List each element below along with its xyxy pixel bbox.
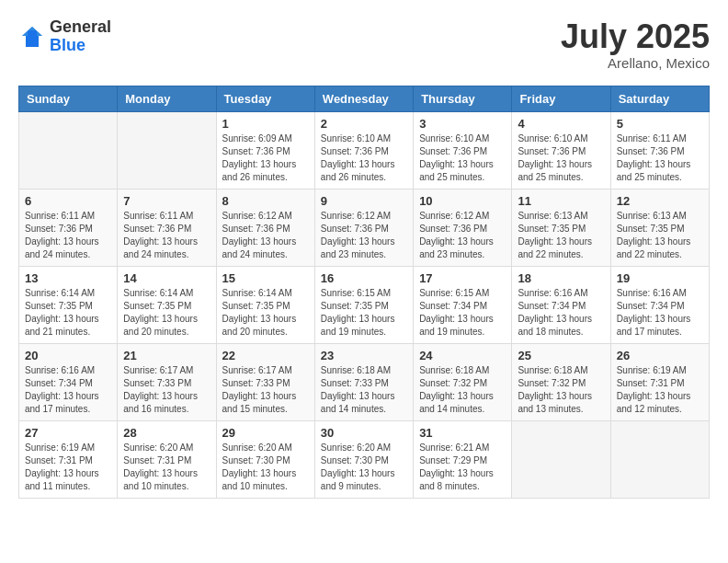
day-number: 1 — [222, 117, 309, 131]
day-info: Sunrise: 6:16 AMSunset: 7:34 PMDaylight:… — [518, 287, 604, 339]
table-row: 8Sunrise: 6:12 AMSunset: 7:36 PMDaylight… — [216, 189, 314, 266]
table-row: 28Sunrise: 6:20 AMSunset: 7:31 PMDayligh… — [118, 420, 216, 498]
day-number: 3 — [419, 117, 506, 131]
table-row: 16Sunrise: 6:15 AMSunset: 7:35 PMDayligh… — [314, 266, 413, 343]
day-number: 20 — [25, 349, 111, 362]
day-info: Sunrise: 6:17 AMSunset: 7:33 PMDaylight:… — [222, 364, 309, 416]
day-info: Sunrise: 6:10 AMSunset: 7:36 PMDaylight:… — [321, 132, 407, 184]
table-row: 20Sunrise: 6:16 AMSunset: 7:34 PMDayligh… — [19, 343, 118, 420]
day-info: Sunrise: 6:10 AMSunset: 7:36 PMDaylight:… — [419, 132, 506, 184]
calendar-week-5: 27Sunrise: 6:19 AMSunset: 7:31 PMDayligh… — [19, 420, 710, 498]
day-info: Sunrise: 6:18 AMSunset: 7:33 PMDaylight:… — [321, 364, 407, 416]
col-tuesday: Tuesday — [216, 86, 314, 111]
day-number: 21 — [123, 349, 210, 362]
day-number: 29 — [222, 426, 309, 440]
day-number: 22 — [222, 349, 309, 362]
table-row — [118, 111, 216, 189]
col-wednesday: Wednesday — [314, 86, 413, 111]
day-number: 17 — [419, 271, 506, 285]
table-row: 9Sunrise: 6:12 AMSunset: 7:36 PMDaylight… — [314, 189, 413, 266]
day-info: Sunrise: 6:18 AMSunset: 7:32 PMDaylight:… — [419, 364, 506, 416]
logo: General Blue — [18, 18, 111, 55]
table-row: 14Sunrise: 6:14 AMSunset: 7:35 PMDayligh… — [118, 266, 216, 343]
calendar-header-row: Sunday Monday Tuesday Wednesday Thursday… — [19, 86, 710, 111]
day-number: 14 — [123, 271, 210, 285]
day-info: Sunrise: 6:12 AMSunset: 7:36 PMDaylight:… — [321, 210, 407, 261]
day-info: Sunrise: 6:11 AMSunset: 7:36 PMDaylight:… — [617, 132, 703, 184]
table-row: 1Sunrise: 6:09 AMSunset: 7:36 PMDaylight… — [216, 111, 314, 189]
day-info: Sunrise: 6:20 AMSunset: 7:30 PMDaylight:… — [321, 442, 407, 493]
table-row: 27Sunrise: 6:19 AMSunset: 7:31 PMDayligh… — [19, 420, 118, 498]
day-number: 19 — [617, 271, 703, 285]
day-number: 2 — [321, 117, 407, 131]
day-number: 25 — [518, 349, 604, 362]
day-info: Sunrise: 6:14 AMSunset: 7:35 PMDaylight:… — [25, 287, 111, 339]
table-row: 17Sunrise: 6:15 AMSunset: 7:34 PMDayligh… — [414, 266, 512, 343]
page-header: General Blue July 2025 Arellano, Mexico — [18, 18, 710, 71]
day-number: 9 — [321, 194, 407, 208]
col-friday: Friday — [512, 86, 610, 111]
calendar-table: Sunday Monday Tuesday Wednesday Thursday… — [18, 86, 710, 499]
table-row: 15Sunrise: 6:14 AMSunset: 7:35 PMDayligh… — [216, 266, 314, 343]
table-row: 25Sunrise: 6:18 AMSunset: 7:32 PMDayligh… — [512, 343, 610, 420]
table-row: 13Sunrise: 6:14 AMSunset: 7:35 PMDayligh… — [19, 266, 118, 343]
calendar-week-2: 6Sunrise: 6:11 AMSunset: 7:36 PMDaylight… — [19, 189, 710, 266]
day-number: 10 — [419, 194, 506, 208]
table-row: 11Sunrise: 6:13 AMSunset: 7:35 PMDayligh… — [512, 189, 610, 266]
table-row: 31Sunrise: 6:21 AMSunset: 7:29 PMDayligh… — [414, 420, 512, 498]
logo-blue-text: Blue — [50, 37, 111, 55]
day-info: Sunrise: 6:11 AMSunset: 7:36 PMDaylight:… — [25, 210, 111, 261]
table-row: 6Sunrise: 6:11 AMSunset: 7:36 PMDaylight… — [19, 189, 118, 266]
table-row: 2Sunrise: 6:10 AMSunset: 7:36 PMDaylight… — [314, 111, 413, 189]
table-row: 18Sunrise: 6:16 AMSunset: 7:34 PMDayligh… — [512, 266, 610, 343]
day-info: Sunrise: 6:12 AMSunset: 7:36 PMDaylight:… — [419, 210, 506, 261]
logo-icon — [18, 23, 46, 51]
location-subtitle: Arellano, Mexico — [561, 55, 710, 71]
table-row: 5Sunrise: 6:11 AMSunset: 7:36 PMDaylight… — [610, 111, 709, 189]
table-row: 26Sunrise: 6:19 AMSunset: 7:31 PMDayligh… — [610, 343, 709, 420]
day-number: 8 — [222, 194, 309, 208]
day-info: Sunrise: 6:20 AMSunset: 7:31 PMDaylight:… — [123, 442, 210, 493]
table-row — [512, 420, 610, 498]
day-number: 26 — [617, 349, 703, 362]
day-info: Sunrise: 6:16 AMSunset: 7:34 PMDaylight:… — [617, 287, 703, 339]
table-row: 3Sunrise: 6:10 AMSunset: 7:36 PMDaylight… — [414, 111, 512, 189]
calendar-week-4: 20Sunrise: 6:16 AMSunset: 7:34 PMDayligh… — [19, 343, 710, 420]
day-info: Sunrise: 6:12 AMSunset: 7:36 PMDaylight:… — [222, 210, 309, 261]
table-row: 22Sunrise: 6:17 AMSunset: 7:33 PMDayligh… — [216, 343, 314, 420]
table-row: 30Sunrise: 6:20 AMSunset: 7:30 PMDayligh… — [314, 420, 413, 498]
day-info: Sunrise: 6:15 AMSunset: 7:35 PMDaylight:… — [321, 287, 407, 339]
table-row — [19, 111, 118, 189]
logo-text: General Blue — [50, 18, 111, 55]
day-info: Sunrise: 6:15 AMSunset: 7:34 PMDaylight:… — [419, 287, 506, 339]
day-info: Sunrise: 6:14 AMSunset: 7:35 PMDaylight:… — [222, 287, 309, 339]
day-number: 24 — [419, 349, 506, 362]
table-row — [610, 420, 709, 498]
day-info: Sunrise: 6:13 AMSunset: 7:35 PMDaylight:… — [617, 210, 703, 261]
calendar-week-3: 13Sunrise: 6:14 AMSunset: 7:35 PMDayligh… — [19, 266, 710, 343]
day-info: Sunrise: 6:21 AMSunset: 7:29 PMDaylight:… — [419, 442, 506, 493]
day-number: 18 — [518, 271, 604, 285]
day-info: Sunrise: 6:09 AMSunset: 7:36 PMDaylight:… — [222, 132, 309, 184]
day-number: 27 — [25, 426, 111, 440]
day-number: 7 — [123, 194, 210, 208]
day-number: 13 — [25, 271, 111, 285]
table-row: 7Sunrise: 6:11 AMSunset: 7:36 PMDaylight… — [118, 189, 216, 266]
table-row: 10Sunrise: 6:12 AMSunset: 7:36 PMDayligh… — [414, 189, 512, 266]
day-info: Sunrise: 6:18 AMSunset: 7:32 PMDaylight:… — [518, 364, 604, 416]
logo-general-text: General — [50, 18, 111, 37]
day-number: 4 — [518, 117, 604, 131]
day-info: Sunrise: 6:14 AMSunset: 7:35 PMDaylight:… — [123, 287, 210, 339]
table-row: 4Sunrise: 6:10 AMSunset: 7:36 PMDaylight… — [512, 111, 610, 189]
col-thursday: Thursday — [414, 86, 512, 111]
table-row: 12Sunrise: 6:13 AMSunset: 7:35 PMDayligh… — [610, 189, 709, 266]
day-number: 30 — [321, 426, 407, 440]
calendar-week-1: 1Sunrise: 6:09 AMSunset: 7:36 PMDaylight… — [19, 111, 710, 189]
table-row: 19Sunrise: 6:16 AMSunset: 7:34 PMDayligh… — [610, 266, 709, 343]
day-info: Sunrise: 6:17 AMSunset: 7:33 PMDaylight:… — [123, 364, 210, 416]
day-number: 6 — [25, 194, 111, 208]
day-info: Sunrise: 6:19 AMSunset: 7:31 PMDaylight:… — [617, 364, 703, 416]
day-number: 15 — [222, 271, 309, 285]
day-info: Sunrise: 6:11 AMSunset: 7:36 PMDaylight:… — [123, 210, 210, 261]
day-number: 28 — [123, 426, 210, 440]
